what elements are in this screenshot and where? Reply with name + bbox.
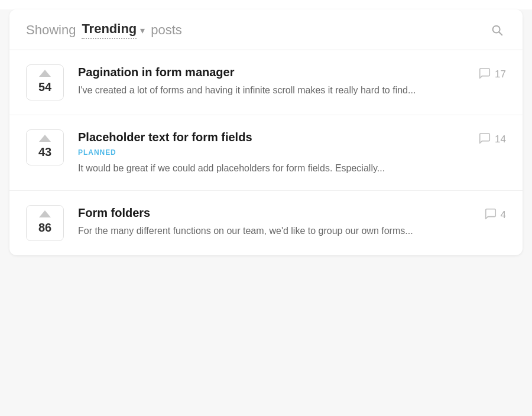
showing-label: Showing — [26, 22, 76, 38]
post-title[interactable]: Pagination in form manager — [78, 64, 465, 80]
post-content: Form foldersFor the many different funct… — [78, 205, 465, 239]
vote-count: 86 — [38, 221, 51, 235]
post-status-badge: PLANNED — [78, 148, 465, 157]
comment-section: 14 — [476, 129, 506, 147]
comment-icon — [478, 67, 491, 82]
upvote-arrow-icon[interactable] — [39, 70, 51, 77]
post-content: Pagination in form managerI've created a… — [78, 64, 465, 98]
vote-box: 43 — [26, 129, 64, 165]
comment-icon — [478, 132, 491, 147]
post-content: Placeholder text for form fieldsPLANNEDI… — [78, 129, 465, 176]
posts-card: Showing Trending ▾ posts 54Pagination in… — [9, 9, 523, 255]
post-title[interactable]: Form folders — [78, 205, 465, 220]
vote-count: 43 — [38, 145, 51, 159]
list-item[interactable]: 86Form foldersFor the many different fun… — [9, 191, 523, 255]
vote-box: 86 — [26, 205, 64, 241]
main-container: Showing Trending ▾ posts 54Pagination in… — [0, 9, 532, 416]
trending-dropdown[interactable]: Trending ▾ — [82, 21, 145, 39]
comment-count: 4 — [501, 209, 506, 221]
post-excerpt: For the many different functions on our … — [78, 224, 465, 239]
upvote-arrow-icon[interactable] — [39, 210, 51, 217]
comment-count: 14 — [495, 134, 506, 145]
vote-count: 54 — [38, 80, 51, 94]
chevron-down-icon: ▾ — [140, 25, 145, 36]
comment-section: 4 — [476, 205, 506, 223]
posts-label: posts — [151, 22, 182, 38]
dropdown-label: Trending — [82, 21, 137, 39]
post-title[interactable]: Placeholder text for form fields — [78, 129, 465, 145]
search-button[interactable] — [488, 21, 506, 39]
search-icon — [491, 24, 504, 37]
post-list: 54Pagination in form managerI've created… — [9, 50, 523, 255]
header: Showing Trending ▾ posts — [9, 9, 523, 39]
vote-box: 54 — [26, 64, 64, 100]
comment-section: 17 — [476, 64, 506, 82]
svg-line-1 — [499, 32, 502, 35]
list-item[interactable]: 43Placeholder text for form fieldsPLANNE… — [9, 115, 523, 191]
comment-icon — [484, 207, 497, 223]
list-item[interactable]: 54Pagination in form managerI've created… — [9, 50, 523, 115]
post-excerpt: It would be great if we could add placeh… — [78, 161, 465, 176]
comment-count: 17 — [495, 69, 506, 80]
post-excerpt: I've created a lot of forms and having i… — [78, 83, 465, 98]
upvote-arrow-icon[interactable] — [39, 135, 51, 142]
